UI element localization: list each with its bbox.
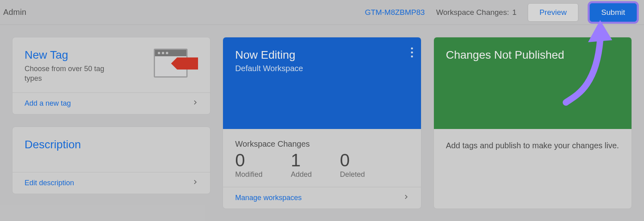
- publish-card: Changes Not Published Add tags and publi…: [433, 37, 632, 209]
- stat-added-label: Added: [291, 170, 312, 179]
- publish-body-text: Add tags and publish to make your change…: [446, 140, 619, 151]
- edit-description-label: Edit description: [25, 179, 74, 187]
- workspace-changes-title: Workspace Changes: [235, 139, 409, 149]
- description-title: Description: [25, 138, 198, 151]
- container-id[interactable]: GTM-M8ZBMP83: [365, 8, 425, 17]
- add-new-tag-label: Add a new tag: [25, 99, 71, 108]
- page-title: Admin: [3, 8, 27, 17]
- new-tag-subtitle: Choose from over 50 tag types: [25, 64, 113, 84]
- chevron-right-icon: [192, 98, 198, 109]
- stat-deleted-label: Deleted: [340, 170, 365, 179]
- workspace-changes-label: Workspace Changes:: [436, 8, 509, 17]
- new-tag-title: New Tag: [25, 49, 113, 61]
- top-bar: Admin GTM-M8ZBMP83 Workspace Changes: 1 …: [0, 0, 644, 25]
- workspace-changes-indicator: Workspace Changes: 1: [436, 8, 516, 17]
- stat-modified-label: Modified: [235, 170, 262, 179]
- manage-workspaces-label: Manage workspaces: [235, 194, 301, 202]
- stat-modified-value: 0: [235, 150, 262, 170]
- top-bar-right: GTM-M8ZBMP83 Workspace Changes: 1 Previe…: [365, 3, 637, 22]
- new-tag-card: New Tag Choose from over 50 tag types Ad…: [12, 37, 211, 115]
- preview-button[interactable]: Preview: [528, 3, 578, 22]
- workspace-name: Default Workspace: [235, 64, 409, 73]
- left-column: New Tag Choose from over 50 tag types Ad…: [12, 37, 211, 209]
- add-new-tag-link[interactable]: Add a new tag: [12, 92, 210, 114]
- stat-added: 1 Added: [291, 150, 312, 179]
- chevron-right-icon: [403, 192, 409, 203]
- new-tag-icon: [154, 49, 198, 80]
- now-editing-card: Now Editing Default Workspace Workspace …: [223, 37, 421, 209]
- stat-added-value: 1: [291, 150, 312, 170]
- overview-grid: New Tag Choose from over 50 tag types Ad…: [0, 25, 644, 221]
- edit-description-link[interactable]: Edit description: [12, 172, 210, 194]
- stat-deleted: 0 Deleted: [340, 150, 365, 179]
- now-editing-title: Now Editing: [235, 49, 409, 61]
- workspace-changes-stats: 0 Modified 1 Added 0 Deleted: [235, 150, 409, 179]
- submit-button[interactable]: Submit: [590, 3, 637, 22]
- more-menu-icon[interactable]: [411, 45, 413, 59]
- stat-deleted-value: 0: [340, 150, 365, 170]
- publish-title: Changes Not Published: [446, 49, 619, 61]
- manage-workspaces-link[interactable]: Manage workspaces: [223, 187, 421, 209]
- description-card: Description Edit description: [12, 127, 211, 194]
- workspace-changes-count: 1: [512, 8, 517, 17]
- chevron-right-icon: [192, 178, 198, 188]
- stat-modified: 0 Modified: [235, 150, 262, 179]
